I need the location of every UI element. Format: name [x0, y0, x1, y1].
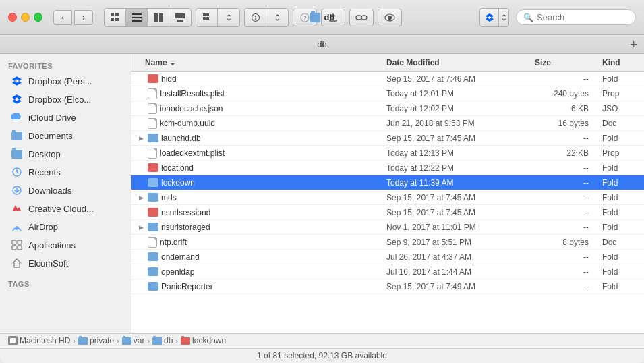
breadcrumb-item-private[interactable]: private [78, 336, 114, 345]
file-kind: Fold [597, 252, 644, 262]
apps-icon [11, 239, 23, 251]
sidebar-item-label: Applications [28, 240, 76, 250]
table-row[interactable]: loadedkextmt.plistToday at 12:13 PM22 KB… [131, 146, 644, 161]
file-name-cell: lockdown [131, 178, 381, 188]
action-button[interactable] [245, 9, 266, 26]
expand-arrow[interactable]: ▶ [137, 194, 145, 202]
file-size: -- [529, 267, 597, 277]
view-list-button[interactable] [126, 9, 148, 26]
file-kind: Fold [597, 134, 644, 143]
svg-point-23 [388, 16, 392, 19]
svg-rect-8 [159, 13, 163, 22]
preview-button[interactable] [378, 9, 402, 26]
dropbox-chevron[interactable] [499, 9, 508, 26]
view-columns-button[interactable] [148, 9, 169, 26]
folder-icon [122, 337, 131, 345]
window-title: db [310, 12, 335, 22]
svg-rect-35 [12, 246, 16, 250]
file-name-cell: kcm-dump.uuid [131, 118, 381, 129]
creative-cloud-icon [11, 202, 23, 215]
tag-button[interactable] [349, 9, 374, 26]
file-name-cell: ▶mds [131, 193, 381, 202]
dropbox-button[interactable] [480, 9, 499, 26]
forward-button[interactable]: › [74, 10, 93, 25]
sidebar-item-creative-cloud[interactable]: Creative Cloud... [3, 200, 128, 217]
sidebar-item-elcomsoft[interactable]: ElcomSoft [3, 254, 128, 272]
svg-marker-24 [486, 13, 494, 18]
table-row[interactable]: nsurlsessiondSep 15, 2017 at 7:45 AM--Fo… [131, 205, 644, 220]
table-row[interactable]: locationdToday at 12:22 PM--Fold [131, 161, 644, 175]
sidebar-item-label: Dropbox (Pers... [28, 76, 92, 86]
table-row[interactable]: PanicReporterSep 15, 2017 at 7:49 AM--Fo… [131, 279, 644, 294]
arrange-group [196, 8, 240, 27]
file-icon [148, 74, 158, 83]
arrange-chevron[interactable] [218, 9, 239, 26]
sidebar-item-desktop[interactable]: Desktop [3, 145, 128, 163]
table-row[interactable]: lockdownToday at 11:39 AM--Fold [131, 175, 644, 190]
sidebar-item-label: Creative Cloud... [28, 204, 94, 214]
file-kind: Prop [597, 89, 644, 99]
file-size: -- [529, 252, 597, 262]
sidebar-item-label: ElcomSoft [28, 258, 68, 269]
svg-rect-3 [115, 18, 119, 21]
table-row[interactable]: ▶launchd.dbSep 15, 2017 at 7:45 AM--Fold [131, 131, 644, 146]
view-cover-button[interactable] [169, 9, 191, 26]
sidebar-item-recents[interactable]: Recents [3, 163, 128, 181]
svg-rect-10 [177, 20, 183, 22]
column-date[interactable]: Date Modified [381, 58, 529, 67]
sidebar-item-dropbox-pers[interactable]: Dropbox (Pers... [3, 72, 128, 90]
table-row[interactable]: hiddSep 15, 2017 at 7:46 AM--Fold [131, 72, 644, 86]
airdrop-icon [11, 221, 23, 233]
minimize-button[interactable] [21, 13, 30, 22]
file-name-cell: PanicReporter [131, 282, 381, 291]
back-button[interactable]: ‹ [53, 10, 72, 25]
breadcrumb-sep: › [73, 337, 76, 345]
sidebar-item-airdrop[interactable]: AirDrop [3, 218, 128, 235]
svg-point-16 [255, 16, 256, 17]
window-folder-icon [310, 13, 320, 22]
column-kind[interactable]: Kind [597, 58, 644, 67]
table-row[interactable]: ntp.driftSep 9, 2017 at 5:51 PM8 bytesDo… [131, 235, 644, 250]
table-row[interactable]: ▶nsurlstoragedNov 1, 2017 at 11:01 PM--F… [131, 220, 644, 235]
table-row[interactable]: InstallResults.plistToday at 12:01 PM240… [131, 86, 644, 101]
breadcrumb-item-db[interactable]: db [152, 336, 173, 345]
file-name-text: ntp.drift [160, 238, 187, 247]
table-row[interactable]: openldapJul 16, 2017 at 1:44 AM--Fold [131, 264, 644, 279]
sidebar-item-documents[interactable]: Documents [3, 127, 128, 144]
file-name-text: openldap [161, 267, 194, 277]
file-date: Jul 16, 2017 at 1:44 AM [381, 267, 529, 277]
view-icons-button[interactable] [105, 9, 126, 26]
sidebar-item-applications[interactable]: Applications [3, 236, 128, 254]
sidebar-item-downloads[interactable]: Downloads [3, 182, 128, 199]
breadcrumb-item-var[interactable]: var [122, 336, 145, 345]
documents-icon [11, 130, 23, 142]
file-kind: Fold [597, 282, 644, 291]
sidebar-item-icloud[interactable]: iCloud Drive [3, 109, 128, 126]
action-chevron[interactable] [266, 9, 288, 26]
column-name[interactable]: Name [131, 58, 381, 67]
search-input[interactable] [537, 12, 631, 22]
table-row[interactable]: ondemandJul 26, 2017 at 4:37 AM--Fold [131, 250, 644, 264]
column-size[interactable]: Size [529, 58, 597, 67]
table-row[interactable]: kcm-dump.uuidJun 21, 2018 at 9:53 PM16 b… [131, 116, 644, 131]
breadcrumb-item-hd[interactable]: Macintosh HD [8, 336, 70, 345]
svg-rect-2 [111, 18, 114, 21]
file-size: -- [529, 193, 597, 202]
sidebar-item-label: Recents [28, 167, 61, 177]
add-tab-button[interactable]: + [630, 38, 637, 51]
breadcrumb-item-lockdown[interactable]: lockdown [181, 336, 226, 345]
arrange-button[interactable] [196, 9, 218, 26]
file-kind: Fold [597, 163, 644, 173]
file-kind: Doc [597, 238, 644, 247]
svg-marker-27 [12, 81, 22, 86]
close-button[interactable] [8, 13, 17, 22]
file-name-cell: nsurlsessiond [131, 208, 381, 217]
expand-arrow[interactable]: ▶ [137, 223, 145, 231]
file-kind: Fold [597, 193, 644, 202]
maximize-button[interactable] [34, 13, 42, 22]
sidebar-item-dropbox-elco[interactable]: Dropbox (Elco... [3, 90, 128, 108]
expand-arrow[interactable]: ▶ [137, 134, 145, 142]
table-row[interactable]: ▶mdsSep 15, 2017 at 7:45 AM--Fold [131, 190, 644, 205]
table-row[interactable]: ionodecache.jsonToday at 12:02 PM6 KBJSO [131, 101, 644, 116]
main-container: Favorites Dropbox (Pers... Dr [0, 54, 644, 333]
